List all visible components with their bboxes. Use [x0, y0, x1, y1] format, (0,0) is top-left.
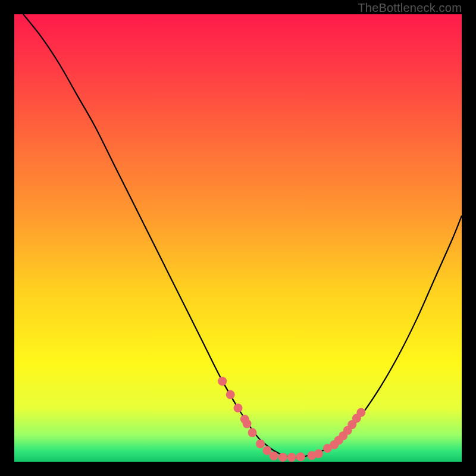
curve-dot	[356, 408, 365, 417]
curve-dot	[248, 428, 257, 437]
chart-frame	[14, 14, 462, 462]
watermark-text: TheBottleneck.com	[358, 1, 462, 15]
curve-dot	[218, 377, 227, 386]
chart-svg	[14, 14, 462, 462]
curve-dot	[234, 403, 243, 412]
curve-dot	[243, 419, 252, 428]
curve-dot	[314, 449, 323, 458]
curve-dot	[278, 453, 287, 462]
curve-dot	[296, 452, 305, 461]
curve-dot	[226, 390, 235, 399]
curve-dot	[270, 452, 278, 461]
curve-dot	[256, 439, 265, 448]
curve-dot	[287, 453, 296, 462]
chart-background	[14, 14, 462, 462]
